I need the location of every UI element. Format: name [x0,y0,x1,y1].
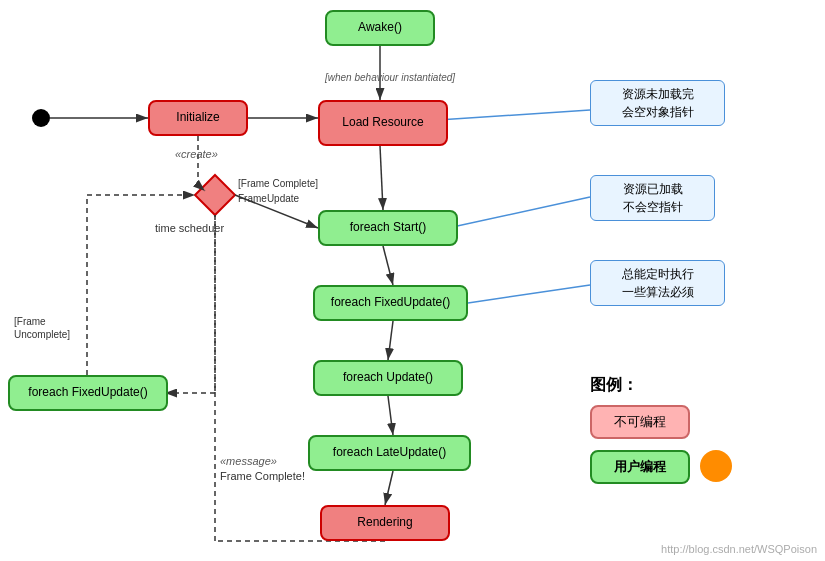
node-initialize: Initialize [148,100,248,136]
label-frame-uncomplete: [FrameUncomplete] [14,315,70,341]
watermark: http://blog.csdn.net/WSQPoison [661,543,817,555]
label-when-behaviour: [when behaviour instantiated] [325,72,455,83]
callout-3: 总能定时执行一些算法必须 [590,260,725,306]
node-load-resource: Load Resource [318,100,448,146]
legend-title: 图例： [590,375,638,396]
svg-line-7 [388,321,393,360]
node-foreach-fixedupdate2: foreach FixedUpdate() [8,375,168,411]
callout-1: 资源未加载完会空对象指针 [590,80,725,126]
node-foreach-fixedupdate1: foreach FixedUpdate() [313,285,468,321]
label-create: «create» [175,148,218,160]
svg-line-5 [380,146,383,210]
legend-red-node: 不可编程 [590,405,690,439]
label-timescheduler: time scheduer [155,222,224,234]
svg-marker-10 [195,175,235,215]
node-foreach-update: foreach Update() [313,360,463,396]
node-awake: Awake() [325,10,435,46]
svg-line-6 [383,246,393,285]
start-circle [32,109,50,127]
label-frame-complete: [Frame Complete] [238,178,318,189]
svg-line-12 [198,185,205,191]
legend-orange-circle [700,450,732,482]
svg-line-23 [468,285,590,303]
node-foreach-start: foreach Start() [318,210,458,246]
svg-line-21 [438,110,590,120]
diagram-container: Awake() Initialize Load Resource foreach… [0,0,825,561]
legend-green-node: 用户编程 [590,450,690,484]
node-foreach-lateupdate: foreach LateUpdate() [308,435,471,471]
svg-line-8 [388,396,393,435]
label-frame-complete-msg: Frame Complete! [220,470,305,482]
svg-line-9 [385,471,393,505]
label-message: «message» [220,455,277,467]
node-rendering: Rendering [320,505,450,541]
label-frameupdate: FrameUpdate [238,193,299,204]
svg-line-22 [448,197,590,228]
callout-2: 资源已加载不会空指针 [590,175,715,221]
